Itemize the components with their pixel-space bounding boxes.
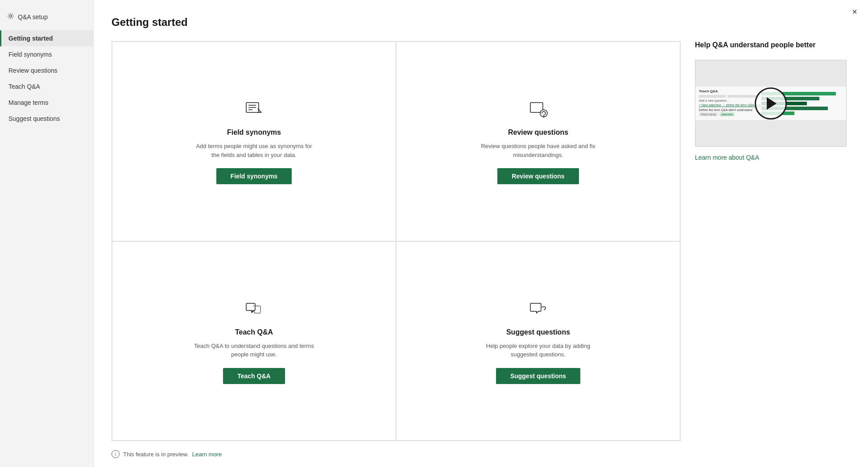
- sidebar-item-manage-terms[interactable]: Manage terms: [0, 95, 93, 111]
- sidebar-header-label: Q&A setup: [18, 13, 48, 21]
- field-synonyms-icon: [243, 98, 266, 121]
- card-teach-qa-description: Teach Q&A to understand questions and te…: [192, 342, 317, 359]
- teach-qa-icon: [243, 298, 266, 321]
- card-review-questions: Review questions Review questions people…: [396, 41, 680, 241]
- app-container: Q&A setup Getting started Field synonyms…: [0, 0, 868, 467]
- review-questions-button[interactable]: Review questions: [497, 168, 579, 184]
- close-button[interactable]: ×: [852, 7, 857, 16]
- sidebar-item-teach-qa[interactable]: Teach Q&A: [0, 79, 93, 95]
- footer: i This feature is in preview. Learn more: [112, 441, 850, 458]
- card-field-synonyms: Field synonyms Add terms people might us…: [112, 41, 396, 241]
- card-suggest-questions: Suggest questions Help people explore yo…: [396, 241, 680, 441]
- card-field-synonyms-description: Add terms people might use as synonyms f…: [192, 142, 317, 159]
- card-suggest-questions-title: Suggest questions: [506, 328, 570, 336]
- card-review-questions-description: Review questions people have asked and f…: [476, 142, 601, 159]
- info-icon: i: [112, 450, 120, 458]
- gear-icon: [7, 12, 14, 21]
- play-triangle-icon: [767, 97, 777, 110]
- learn-more-qa-link[interactable]: Learn more about Q&A: [695, 154, 850, 161]
- teach-qa-button[interactable]: Teach Q&A: [223, 368, 285, 384]
- svg-point-8: [543, 116, 544, 117]
- right-panel: Help Q&A understand people better Teach …: [681, 41, 850, 441]
- sidebar-nav: Getting started Field synonyms Review qu…: [0, 30, 93, 127]
- cards-grid: Field synonyms Add terms people might us…: [112, 41, 681, 441]
- sidebar: Q&A setup Getting started Field synonyms…: [0, 0, 94, 467]
- suggest-questions-button[interactable]: Suggest questions: [496, 368, 580, 384]
- card-review-questions-title: Review questions: [508, 128, 568, 136]
- page-title: Getting started: [112, 16, 850, 29]
- main-content: Getting started Field synonym: [94, 0, 868, 467]
- video-play-button[interactable]: [755, 87, 787, 120]
- sidebar-item-suggest-questions[interactable]: Suggest questions: [0, 111, 93, 127]
- footer-learn-more-link[interactable]: Learn more: [192, 451, 222, 458]
- help-title: Help Q&A understand people better: [695, 41, 850, 49]
- footer-text: This feature is in preview.: [123, 451, 189, 458]
- sidebar-item-getting-started[interactable]: Getting started: [0, 30, 93, 46]
- cards-area: Field synonyms Add terms people might us…: [112, 41, 850, 441]
- review-questions-icon: [527, 98, 550, 121]
- suggest-questions-icon: [527, 298, 550, 321]
- svg-point-0: [10, 15, 12, 17]
- sidebar-header: Q&A setup: [0, 7, 93, 30]
- card-teach-qa-title: Teach Q&A: [235, 328, 273, 336]
- field-synonyms-button[interactable]: Field synonyms: [216, 168, 292, 184]
- video-thumbnail[interactable]: Teach Q&A Add a new question... + New ad…: [695, 60, 847, 147]
- card-field-synonyms-title: Field synonyms: [227, 128, 281, 136]
- sidebar-item-review-questions[interactable]: Review questions: [0, 62, 93, 79]
- card-teach-qa: Teach Q&A Teach Q&A to understand questi…: [112, 241, 396, 441]
- sidebar-item-field-synonyms[interactable]: Field synonyms: [0, 46, 93, 62]
- card-suggest-questions-description: Help people explore your data by adding …: [476, 342, 601, 359]
